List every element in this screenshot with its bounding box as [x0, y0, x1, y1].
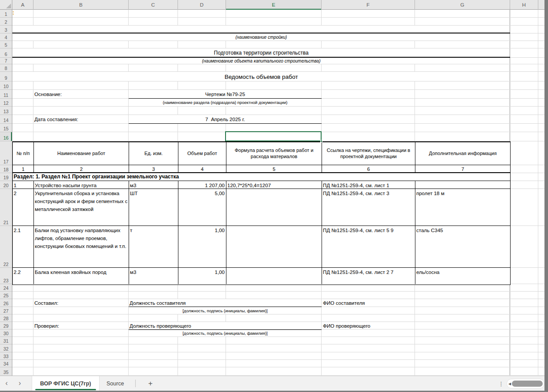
cell-qty[interactable]: 1 207,00	[178, 181, 226, 189]
sheet-grid[interactable]: (наименование стройки) Подготовка террит…	[12, 10, 544, 376]
cell-work-name[interactable]: Балка клееная хвойных пород	[34, 268, 129, 284]
column-header-D[interactable]: D	[178, 0, 226, 10]
cell-formula[interactable]: 120,7*25*0,4=1207	[226, 181, 322, 189]
cell-basis-value[interactable]: Чертежи №79-25	[129, 90, 322, 99]
sheet-tab-source[interactable]: Source	[100, 376, 131, 391]
header-cell-qty[interactable]: Объем работ	[178, 142, 226, 165]
select-all-button[interactable]	[0, 0, 12, 10]
row-header-1[interactable]: 1	[0, 10, 12, 18]
horizontal-scrollbar[interactable]: ◀	[507, 379, 544, 388]
cell-info[interactable]: пролет 18 м	[415, 189, 510, 226]
grid-row-35[interactable]	[12, 367, 544, 376]
row-header-13[interactable]: 13	[0, 107, 12, 115]
cell-work-name[interactable]: Устройство насыпи грунта	[34, 181, 129, 189]
colnum-cell[interactable]: 6	[322, 165, 415, 172]
row-header-31[interactable]: 31	[0, 337, 12, 344]
header-cell-ref[interactable]: Ссылка на чертежи, спецификации в проект…	[322, 142, 415, 165]
row-header-21[interactable]: 21	[0, 189, 12, 226]
cell-signature-caption[interactable]: [должность, подпись (инициалы, фамилия)]	[129, 329, 322, 337]
cell-composed-fio[interactable]: ФИО составителя	[323, 299, 365, 307]
grid-row-2[interactable]	[12, 18, 544, 26]
row-header-4[interactable]: 4	[0, 33, 12, 41]
cell-ref[interactable]: ПД №1251-259-4, см. лист 1	[322, 181, 415, 189]
row-header-20[interactable]: 20	[0, 181, 12, 189]
header-cell-num[interactable]: № п/п	[13, 142, 34, 165]
cell-ref[interactable]: ПД №1251-259-4, см. лист 2 7	[322, 268, 415, 284]
row-header-18[interactable]: 18	[0, 165, 12, 173]
colnum-cell[interactable]: 4	[178, 165, 226, 172]
cell-ref[interactable]: ПД №1251-259-4, см. лист 5 9	[322, 226, 415, 267]
cell-work-name[interactable]: Укрупнительная сборка и установка констр…	[34, 189, 129, 226]
cell-unit[interactable]: м3	[129, 268, 178, 284]
cell-date-label[interactable]: Дата составления:	[34, 115, 78, 124]
cell-qty[interactable]: 5,00	[178, 189, 226, 226]
cell-object-caption[interactable]: (наименование объекта капитального строи…	[12, 58, 510, 64]
grid-row-10[interactable]	[12, 81, 544, 90]
row-header-32[interactable]: 32	[0, 344, 12, 352]
cell-unit[interactable]: т	[129, 226, 178, 267]
cell-info[interactable]: ель/сосна	[415, 268, 510, 284]
grid-row-31[interactable]	[12, 337, 544, 344]
row-header-30[interactable]: 30	[0, 329, 12, 337]
colnum-cell[interactable]: 2	[34, 165, 129, 172]
tab-options-icon[interactable]: ⋮	[498, 376, 504, 391]
column-header-F[interactable]: F	[322, 0, 415, 10]
cell-main-title[interactable]: Ведомость объемов работ	[12, 72, 510, 81]
tab-scroll-right-icon[interactable]: ›	[13, 376, 26, 391]
row-header-35[interactable]: 35	[0, 367, 12, 376]
column-header-C[interactable]: C	[129, 0, 178, 10]
grid-row-8[interactable]	[12, 64, 544, 72]
grid-row-25[interactable]	[12, 292, 544, 299]
row-header-22[interactable]: 22	[0, 226, 12, 268]
row-header-33[interactable]: 33	[0, 352, 12, 360]
cell-row-num[interactable]: 1	[13, 181, 34, 189]
row-header-23[interactable]: 23	[0, 268, 12, 284]
row-header-7[interactable]: 7	[0, 58, 12, 64]
row-header-29[interactable]: 29	[0, 322, 12, 329]
row-header-17[interactable]: 17	[0, 141, 12, 165]
row-header-5[interactable]: 5	[0, 41, 12, 48]
cell-qty[interactable]: 1,00	[178, 268, 226, 284]
row-header-26[interactable]: 26	[0, 299, 12, 307]
grid-row-34[interactable]	[12, 360, 544, 367]
row-header-12[interactable]: 12	[0, 99, 12, 107]
column-header-E[interactable]: E	[226, 0, 322, 10]
grid-row-1[interactable]	[12, 10, 544, 18]
row-header-6[interactable]: 6	[0, 48, 12, 58]
column-header-G[interactable]: G	[415, 0, 510, 10]
header-cell-info[interactable]: Дополнительная информация	[415, 142, 510, 165]
row-header-8[interactable]: 8	[0, 64, 12, 72]
row-header-28[interactable]: 28	[0, 314, 12, 322]
cell-formula[interactable]	[226, 268, 322, 284]
cell-qty[interactable]: 1,00	[178, 226, 226, 267]
cell-site-caption[interactable]: (наименование стройки)	[12, 33, 510, 41]
cell-formula[interactable]	[226, 226, 322, 267]
row-header-34[interactable]: 34	[0, 360, 12, 367]
row-header-9[interactable]: 9	[0, 72, 12, 81]
cell-work-name[interactable]: Балки под установку направляющих лифтов,…	[34, 226, 129, 267]
cell-basis-caption[interactable]: (наименование раздела (подраздела) проек…	[129, 99, 322, 106]
row-header-3[interactable]: 3	[0, 26, 12, 33]
cell-row-num[interactable]: 2.2	[13, 268, 34, 284]
cell-unit[interactable]: ШТ	[129, 189, 178, 226]
row-header-25[interactable]: 25	[0, 292, 12, 299]
cell-info[interactable]	[415, 181, 510, 189]
cell-row-num[interactable]: 2	[13, 189, 34, 226]
fill-handle[interactable]	[320, 140, 322, 142]
colnum-cell[interactable]: 1	[13, 165, 34, 172]
cell-composed-label[interactable]: Составил:	[34, 299, 58, 307]
tab-scroll-left-icon[interactable]: ‹	[0, 376, 13, 391]
header-cell-name[interactable]: Наименование работ	[34, 142, 129, 165]
column-header-B[interactable]: B	[33, 0, 129, 10]
grid-row-13[interactable]	[12, 107, 544, 115]
cell-ref[interactable]: ПД №1251-259-4, см. лист 3	[322, 189, 415, 226]
add-sheet-button[interactable]: +	[140, 376, 160, 391]
row-header-16[interactable]: 16	[0, 132, 12, 141]
row-header-10[interactable]: 10	[0, 81, 12, 90]
grid-row-24[interactable]	[12, 284, 544, 292]
sheet-tab-active[interactable]: ВОР ФГИС ЦС(7гр)	[32, 376, 100, 391]
active-cell-selection[interactable]	[225, 131, 322, 141]
cell-formula[interactable]	[226, 189, 322, 226]
row-header-15[interactable]: 15	[0, 124, 12, 132]
cell-row-num[interactable]: 2.1	[13, 226, 34, 267]
